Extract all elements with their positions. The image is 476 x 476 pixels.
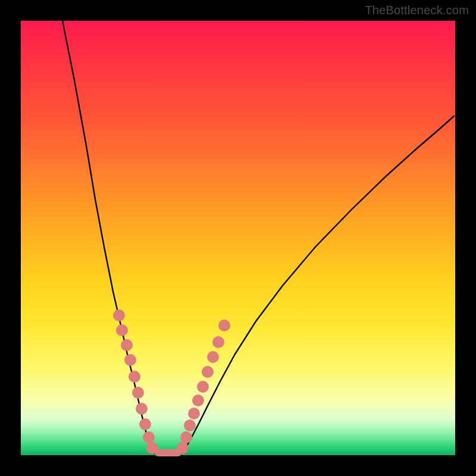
curve-right-arm bbox=[181, 116, 454, 453]
marker-dot bbox=[116, 324, 128, 336]
curve-layer bbox=[21, 21, 455, 455]
marker-dot bbox=[143, 431, 155, 443]
marker-dot bbox=[192, 394, 204, 406]
marker-dot bbox=[197, 381, 209, 393]
marker-dot bbox=[202, 366, 214, 378]
marker-dot bbox=[218, 320, 230, 331]
marker-dot bbox=[132, 387, 144, 399]
marker-dot bbox=[180, 431, 192, 443]
marker-dot bbox=[188, 408, 200, 419]
marker-cluster-right bbox=[177, 320, 230, 454]
marker-cluster-left bbox=[113, 309, 158, 454]
marker-dot bbox=[207, 351, 219, 363]
watermark-text: TheBottleneck.com bbox=[365, 4, 469, 17]
plot-area bbox=[21, 21, 455, 455]
marker-dot bbox=[136, 403, 148, 415]
marker-dot bbox=[212, 336, 224, 348]
marker-dot bbox=[129, 371, 140, 383]
marker-dot bbox=[184, 419, 196, 431]
marker-dot bbox=[124, 354, 136, 366]
chart-frame: TheBottleneck.com bbox=[0, 0, 476, 476]
marker-dot bbox=[146, 442, 158, 454]
marker-dot bbox=[113, 309, 125, 321]
marker-dot bbox=[177, 442, 189, 454]
marker-dot bbox=[139, 418, 151, 430]
marker-dot bbox=[121, 339, 133, 351]
